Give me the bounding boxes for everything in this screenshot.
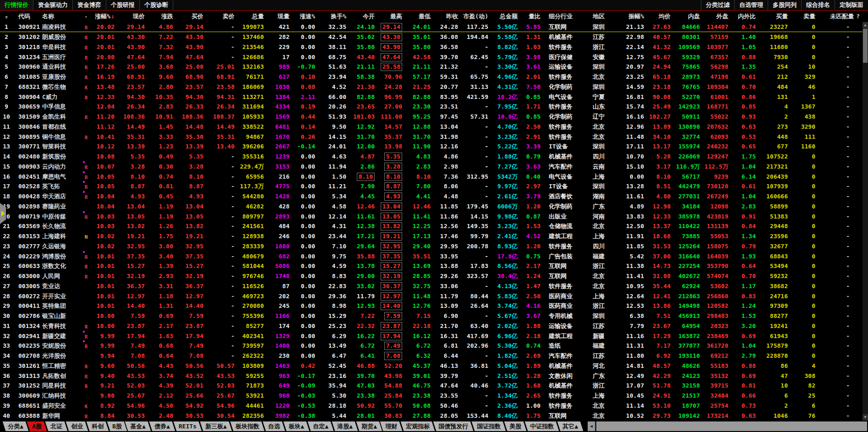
- tab-12[interactable]: 自选: [263, 421, 285, 431]
- horizontal-scrollbar[interactable]: ◀: [588, 421, 867, 431]
- table-row[interactable]: 2301202朗威股份R20.0143.307.2243.30-13746028…: [0, 32, 868, 42]
- column-header-num[interactable]: ▼: [0, 13, 13, 20]
- tab-active-2[interactable]: A股: [27, 421, 47, 431]
- tab-13[interactable]: 板块▲: [284, 421, 310, 431]
- table-row[interactable]: 3301218华是科技R20.0143.907.3243.90-21354622…: [0, 42, 868, 52]
- menu-item-5[interactable]: 个股诊断: [140, 0, 173, 10]
- column-header-change_pct[interactable]: 涨幅%↓: [92, 12, 117, 21]
- table-row[interactable]: 11300846首都在线11.1214.491.4514.4814.493385…: [0, 122, 868, 132]
- table-row[interactable]: 28600272开开实业10.0112.971.1812.97-46972320…: [0, 291, 868, 301]
- tab-8[interactable]: 债券▲: [149, 421, 175, 431]
- table-row[interactable]: 6301085亚康股份R16.1968.919.6068.9068.917617…: [0, 72, 868, 82]
- table-row[interactable]: 13300771智莱科技10.1213.391.2313.3913.403962…: [0, 142, 868, 152]
- tab-10[interactable]: 新三板▲: [200, 421, 232, 431]
- column-header-in_out_ratio[interactable]: 内外比: [731, 12, 759, 21]
- table-row[interactable]: 8300904C威力R12.3394.3010.3594.3094.311132…: [0, 92, 868, 102]
- column-header-code[interactable]: 代码: [13, 12, 42, 21]
- column-header-inner_vol[interactable]: 内盘: [673, 12, 703, 21]
- table-row[interactable]: 4301234五洲医疗R20.0047.647.9447.64-12668617…: [0, 52, 868, 62]
- tab-9[interactable]: REITs: [174, 421, 202, 431]
- column-header-open[interactable]: 今开: [349, 12, 377, 21]
- menu-right-item-5[interactable]: 定制版面: [835, 0, 868, 10]
- column-header-volume[interactable]: 总量: [237, 12, 267, 21]
- table-row[interactable]: 12300895铜牛信息R10.4135.313.3335.3035.31948…: [0, 131, 868, 142]
- table-row[interactable]: 33002235安妮股份R9.997.490.687.49-7395971400…: [0, 341, 868, 351]
- column-header-bid_vol[interactable]: 买量: [759, 12, 791, 21]
- column-header-speed_pct[interactable]: 涨速%: [292, 12, 318, 21]
- table-row[interactable]: 24002229鸿博股份R10.0137.353.4037.35-4806796…: [0, 251, 868, 261]
- table-row[interactable]: 10301509金凯生科R11.20108.3610.91108.36108.3…: [0, 112, 868, 122]
- column-header-high[interactable]: 最高: [377, 12, 405, 21]
- tab-17[interactable]: 理财: [380, 421, 403, 431]
- vertical-scrollbar[interactable]: ▲ ▼: [863, 22, 868, 421]
- column-header-bid[interactable]: 买价: [176, 12, 206, 21]
- column-header-amplitude_pct[interactable]: 振幅%: [617, 12, 647, 21]
- column-header-price[interactable]: 现价: [117, 12, 147, 21]
- tab-15[interactable]: 港股▲: [332, 421, 358, 431]
- table-row[interactable]: 37301252同星科技R9.2152.034.3952.0152.037187…: [0, 381, 868, 391]
- column-header-low[interactable]: 最低: [405, 12, 433, 21]
- table-row[interactable]: 16002451摩恩电气R10.058.100.748.10-659562160…: [0, 171, 868, 181]
- table-row[interactable]: 14002480新筑股份10.085.350.495.35-3553161239…: [0, 152, 868, 162]
- table-row[interactable]: 17002528英飞拓R10.058.870.818.87-117.3万4775…: [0, 181, 868, 191]
- menu-right-item-1[interactable]: 分类过滤: [701, 0, 734, 10]
- table-row[interactable]: 1300921南凌科技R20.0229.144.8629.14-19907342…: [0, 22, 868, 32]
- column-header-outer_vol[interactable]: 外盘: [703, 12, 731, 21]
- tab-23[interactable]: 其它▲: [557, 421, 584, 431]
- tab-1[interactable]: 分类▲: [3, 421, 29, 431]
- table-row[interactable]: 20000719中原传媒R10.0313.051.1913.05-8097972…: [0, 211, 868, 221]
- column-header-ask_vol[interactable]: 卖量: [791, 12, 818, 21]
- column-header-prev_close[interactable]: 昨收: [433, 12, 461, 21]
- scroll-up-icon[interactable]: ▲: [863, 22, 868, 28]
- menu-right-item-2[interactable]: 自选管理: [734, 0, 768, 10]
- tab-5[interactable]: 科创: [86, 421, 109, 431]
- table-row[interactable]: 38300609汇纳科技9.0025.672.1225.6625.6753921…: [0, 391, 868, 401]
- tab-6[interactable]: B股: [107, 421, 127, 431]
- table-row[interactable]: 40603888新华网R8.8430.532.4830.5330.5428235…: [0, 410, 868, 421]
- table-row[interactable]: 34002708光洋股份9.947.080.647.08-2623222300.…: [0, 351, 868, 361]
- tab-22[interactable]: 中证指数: [525, 421, 559, 431]
- column-header-turnover_pct[interactable]: 换手%: [318, 12, 349, 21]
- tab-18[interactable]: 宏观指标: [401, 421, 435, 431]
- table-row[interactable]: 18000428华天酒店R10.044.930.454.93-544280142…: [0, 191, 868, 202]
- table-row[interactable]: 27003005竞业达10.0136.373.3136.37-116526870…: [0, 281, 868, 291]
- table-row[interactable]: 15000903云内动力R10.073.280.303.28-229.4万315…: [0, 162, 868, 172]
- column-header-avg_price[interactable]: 均价: [647, 12, 673, 21]
- table-row[interactable]: 19002898赛隆药业10.0413.041.1913.04-46282428…: [0, 202, 868, 212]
- tab-7[interactable]: 基金▲: [125, 421, 151, 431]
- scroll-left-icon[interactable]: ◀: [588, 421, 595, 431]
- column-header-marker[interactable]: ·: [81, 13, 92, 20]
- table-row[interactable]: 29000411英特集团10.0114.401.3114.40-27008024…: [0, 301, 868, 311]
- table-row[interactable]: 31001324长青科技R10.0023.872.1723.87-8527717…: [0, 321, 868, 331]
- table-row[interactable]: 22603153上海建科N10.0219.211.7519.21-1289382…: [0, 231, 868, 241]
- table-row[interactable]: 36301313凡拓数创R9.4043.533.7443.5243.535925…: [0, 371, 868, 381]
- column-header-name[interactable]: 名称: [42, 12, 81, 21]
- tab-19[interactable]: 国债预发行: [433, 421, 474, 431]
- column-header-pe_dynamic[interactable]: 市盈(动): [461, 12, 491, 21]
- menu-item-4[interactable]: 个股研报: [106, 0, 140, 10]
- table-row[interactable]: 35301261恒工精密R9.6050.564.4350.5650.571038…: [0, 361, 868, 371]
- table-row[interactable]: 39688651盛邦安全K8.9254.964.5054.9254.964446…: [0, 401, 868, 411]
- scroll-down-icon[interactable]: ▼: [863, 414, 868, 421]
- column-header-change[interactable]: 涨跌: [147, 12, 176, 21]
- column-header-industry[interactable]: 细分行业: [543, 12, 589, 21]
- column-header-ask[interactable]: 卖价: [206, 12, 237, 21]
- tab-16[interactable]: 期货▲: [356, 421, 382, 431]
- tab-14[interactable]: 自定▲: [308, 421, 334, 431]
- column-header-region[interactable]: 地区: [589, 12, 617, 21]
- help-icon[interactable]: ?: [856, 13, 860, 20]
- menu-item-1[interactable]: 行情报价: [0, 0, 33, 10]
- table-row[interactable]: 23002777久远银海10.0232.953.0032.95-28333918…: [0, 241, 868, 252]
- column-header-volume_ratio[interactable]: 量比: [520, 12, 543, 21]
- tab-21[interactable]: 美股: [504, 421, 527, 431]
- menu-item-2[interactable]: 资金驱动力: [33, 0, 73, 10]
- menu-right-item-4[interactable]: 综合排名: [801, 0, 835, 10]
- table-row[interactable]: 9300659中孚信息12.0426.342.8326.3326.3431169…: [0, 102, 868, 112]
- table-row[interactable]: 7688321微芯生物K13.4823.572.8023.5723.581860…: [0, 82, 868, 92]
- horizontal-scrollbar-thumb[interactable]: [596, 421, 867, 431]
- table-row[interactable]: 26603000人民网R10.0132.192.9332.19-97674617…: [0, 271, 868, 281]
- column-header-unmatched[interactable]: 未匹配量?: [818, 12, 863, 21]
- table-row[interactable]: 5300960通业科技R17.2625.003.6825.0025.011321…: [0, 62, 868, 72]
- table-row[interactable]: 30002786银宝山新10.007.590.697.59-7553961166…: [0, 311, 868, 321]
- tab-3[interactable]: 北证: [45, 421, 67, 431]
